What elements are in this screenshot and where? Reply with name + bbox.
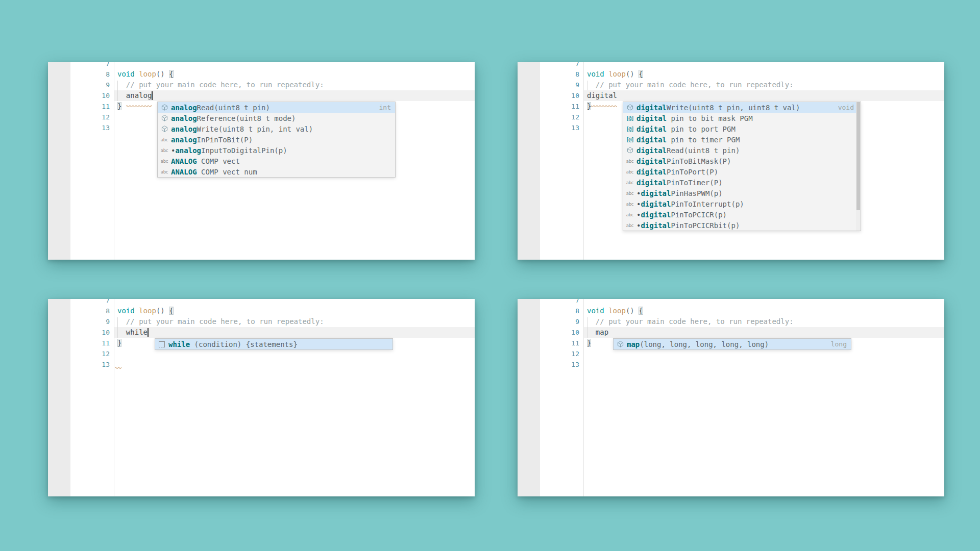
suggestion-item[interactable]: analogRead(uint8_t pin)int xyxy=(158,102,395,113)
suggestion-rest: Write(uint8_t pin, uint8_t val) xyxy=(667,104,800,112)
abc-glyph: abc xyxy=(626,159,633,164)
suggestion-item[interactable]: digitalWrite(uint8_t pin, uint8_t val)vo… xyxy=(623,102,861,113)
suggestion-item[interactable]: digitalRead(uint8_t pin) xyxy=(623,145,861,156)
abc-glyph: abc xyxy=(626,202,633,207)
bracket-match: } xyxy=(587,102,591,110)
code-token: analog xyxy=(117,91,152,99)
suggestion-item[interactable]: abcanalogInPinToBit(P) xyxy=(158,134,395,145)
editor-panel-map: 78910111213void loop() { // put your mai… xyxy=(518,299,944,496)
match-prefix: digital xyxy=(636,179,667,187)
code-token: while xyxy=(117,328,148,336)
match-prefix: analog xyxy=(175,146,201,155)
suggestion-rest: _pin_to_port_PGM xyxy=(667,125,736,133)
autocomplete-popup: while (condition) {statements} xyxy=(155,338,393,350)
match-prefix: digital xyxy=(641,211,671,219)
abc-glyph: abc xyxy=(161,169,168,174)
suggestion-item[interactable]: map(long, long, long, long, long)long xyxy=(614,339,851,349)
suggestion-item[interactable]: abc•digitalPinHasPWM(p) xyxy=(623,188,861,198)
code-area[interactable]: void loop() { // put your main code here… xyxy=(48,299,475,496)
abc-glyph: abc xyxy=(161,137,168,142)
suggestion-rest: (condition) {statements} xyxy=(190,340,298,348)
text-suggestion-icon: abc xyxy=(158,137,171,142)
text-suggestion-icon: abc xyxy=(623,159,636,164)
suggestion-rest: PinHasPWM(p) xyxy=(671,189,722,197)
suggestion-rest: PinToPCICR(p) xyxy=(671,211,727,219)
code-token xyxy=(135,307,139,315)
match-prefix: ANALOG xyxy=(171,168,197,176)
editor-panel-analog: 78910111213void loop() { // put your mai… xyxy=(48,62,475,260)
code-token: () xyxy=(626,70,634,78)
match-prefix: digital xyxy=(636,136,667,144)
suggestion-item[interactable]: [@]digital_pin_to_port_PGM xyxy=(623,123,861,134)
suggestion-item[interactable]: abcdigitalPinToPort(P) xyxy=(623,166,861,177)
suggestion-item[interactable]: abc•digitalPinToPCICR(p) xyxy=(623,209,861,220)
suggestion-rest: _COMP_vect_num xyxy=(197,168,257,176)
text-suggestion-icon: abc xyxy=(158,159,171,164)
suggestion-item[interactable]: [@]digital_pin_to_timer_PGM xyxy=(623,134,861,145)
abc-glyph: abc xyxy=(626,212,633,217)
code-token xyxy=(634,70,639,78)
suggestion-item[interactable]: analogReference(uint8_t mode) xyxy=(158,113,395,123)
code-line: void loop() { xyxy=(117,69,475,80)
suggestion-label: ANALOG_COMP_vect xyxy=(171,157,240,165)
suggestion-item[interactable]: abcdigitalPinToBitMask(P) xyxy=(623,156,861,166)
suggestion-item[interactable]: abc•analogInputToDigitalPin(p) xyxy=(158,145,395,156)
code-line: // put your main code here, to run repea… xyxy=(117,316,475,327)
code-token: void xyxy=(587,307,604,315)
autocomplete-popup: digitalWrite(uint8_t pin, uint8_t val)vo… xyxy=(623,102,861,231)
suggestion-label: •digitalPinToPCICR(p) xyxy=(636,211,727,219)
suggestion-label: digital_pin_to_timer_PGM xyxy=(636,136,740,144)
suggestion-item[interactable]: while (condition) {statements} xyxy=(155,339,393,349)
bracket-match: { xyxy=(169,70,173,78)
suggestion-label: ANALOG_COMP_vect_num xyxy=(171,168,257,176)
suggestion-item[interactable]: analogWrite(uint8_t pin, int val) xyxy=(158,123,395,134)
suggestion-label: digital_pin_to_port_PGM xyxy=(636,125,736,133)
code-token: // put your main code here, to run repea… xyxy=(117,81,324,89)
code-token: // put your main code here, to run repea… xyxy=(587,317,794,325)
screenshot-canvas: { "app": "Arduino IDE code editor — auto… xyxy=(0,0,980,551)
abc-glyph: abc xyxy=(626,169,633,174)
suggestion-item[interactable]: [@]digital_pin_to_bit_mask_PGM xyxy=(623,113,861,123)
value-suggestion-icon: [@] xyxy=(623,115,636,121)
suggestion-label: digitalPinToBitMask(P) xyxy=(636,157,731,165)
code-line: // put your main code here, to run repea… xyxy=(117,80,475,90)
code-line: while xyxy=(117,327,475,338)
code-line: // put your main code here, to run repea… xyxy=(587,80,944,90)
suggestion-label: analogRead(uint8_t pin) xyxy=(171,104,270,112)
value-suggestion-icon: [@] xyxy=(623,137,636,142)
code-token xyxy=(604,307,608,315)
match-prefix: digital xyxy=(636,146,667,155)
text-suggestion-icon: abc xyxy=(623,169,636,174)
function-cube-icon xyxy=(158,126,171,132)
suggestion-label: analogInPinToBit(P) xyxy=(171,136,253,144)
suggestion-item[interactable]: abc•digitalPinToInterrupt(p) xyxy=(623,198,861,209)
match-prefix: digital xyxy=(636,104,667,112)
bracket-match: { xyxy=(639,307,643,315)
code-area[interactable]: void loop() { // put your main code here… xyxy=(518,299,944,496)
suggestion-label: digitalPinToPort(P) xyxy=(636,168,718,176)
match-prefix: digital xyxy=(641,200,671,208)
suggestion-item[interactable]: abcANALOG_COMP_vect_num xyxy=(158,166,395,177)
code-token xyxy=(634,307,639,315)
suggestion-item[interactable]: abcANALOG_COMP_vect xyxy=(158,156,395,166)
code-token: () xyxy=(626,307,634,315)
text-suggestion-icon: abc xyxy=(623,180,636,185)
code-token: void xyxy=(117,70,135,78)
code-token: () xyxy=(156,307,165,315)
suggestion-rest: Reference(uint8_t mode) xyxy=(197,114,296,122)
suggestion-item[interactable]: abc•digitalPinToPCICRbit(p) xyxy=(623,220,861,231)
function-cube-icon xyxy=(623,147,636,154)
bracket-match: } xyxy=(117,339,121,347)
text-suggestion-icon: abc xyxy=(623,202,636,207)
popup-scrollbar[interactable] xyxy=(856,102,861,231)
code-token: // put your main code here, to run repea… xyxy=(117,317,324,325)
popup-scrollbar-thumb[interactable] xyxy=(856,102,860,210)
function-cube-icon xyxy=(614,341,627,347)
suggestion-label: while (condition) {statements} xyxy=(168,340,298,348)
suggestion-item[interactable]: abcdigitalPinToTimer(P) xyxy=(623,177,861,188)
suggestion-rest: (long, long, long, long, long) xyxy=(640,340,769,348)
code-line: digital xyxy=(587,90,944,101)
abc-glyph: abc xyxy=(626,191,633,196)
editor-panel-digital: 78910111213void loop() { // put your mai… xyxy=(518,62,944,260)
abc-glyph: abc xyxy=(161,148,168,153)
